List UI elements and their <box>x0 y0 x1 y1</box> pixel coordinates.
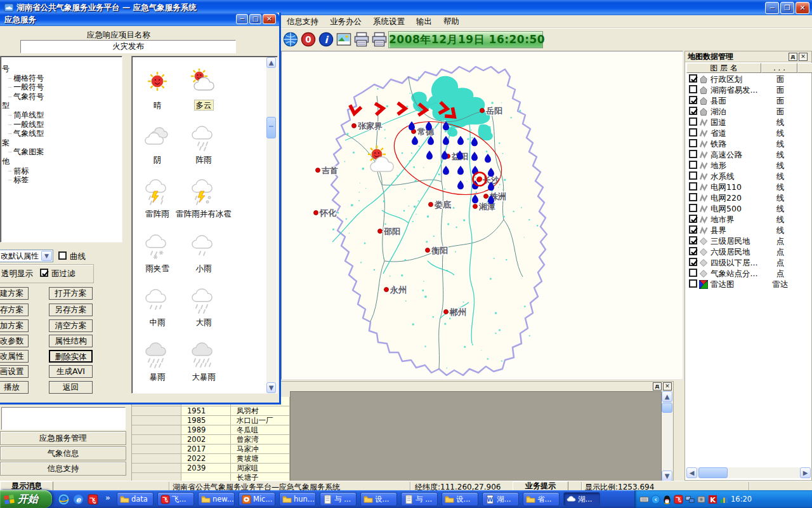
layer-row-电网220[interactable]: 电网220线 <box>685 192 811 203</box>
table-row[interactable]: 2017马家冲 <box>132 444 290 454</box>
layer-checkbox[interactable] <box>689 215 697 223</box>
layer-checkbox[interactable] <box>689 269 697 277</box>
table-row[interactable]: 1989冬瓜咀 <box>132 425 290 435</box>
weather-item-多云[interactable]: 多云 <box>172 69 235 119</box>
layer-row-气象站点分...[interactable]: 气象站点分...点 <box>685 268 811 279</box>
default-attr-dropdown[interactable]: 改默认属性 ▼ <box>0 250 53 262</box>
fetion-icon[interactable]: 飞 <box>88 494 98 505</box>
layer-checkbox[interactable] <box>689 96 697 104</box>
lang-arrow-icon[interactable]: ‹ <box>651 495 660 504</box>
task-button-9[interactable]: W湖... <box>482 492 519 506</box>
layer-checkbox[interactable] <box>689 247 697 255</box>
layer-checkbox[interactable] <box>689 139 697 147</box>
dock-button-信息支持[interactable]: 信息支持 <box>0 462 126 476</box>
weather-item-雷阵雨并有冰雹[interactable]: 雷阵雨并有冰雹 <box>172 177 235 228</box>
layer-checkbox[interactable] <box>689 171 697 180</box>
curve-checkbox[interactable] <box>58 251 67 260</box>
dock-button-应急服务管理[interactable]: 应急服务管理 <box>0 431 126 445</box>
layer-row-雷达图[interactable]: 雷达图雷达 <box>685 279 811 290</box>
face-filter-checkbox[interactable] <box>40 269 48 277</box>
task-button-1[interactable]: 飞飞... <box>157 492 194 506</box>
layer-checkbox[interactable] <box>689 279 697 288</box>
menu-item-2[interactable]: 系统设置 <box>367 15 410 29</box>
tree-item-6[interactable]: ┈ 一般线型 <box>8 120 122 130</box>
task-button-11[interactable]: 湖... <box>563 492 600 506</box>
layer-row-行政区划[interactable]: 行政区划面 <box>685 74 811 84</box>
layer-row-地形[interactable]: 地形线 <box>685 160 811 171</box>
scroll-down-icon[interactable]: ▼ <box>662 471 672 481</box>
weather-item-大雨[interactable]: 大雨 <box>172 286 235 337</box>
print-icon[interactable] <box>354 32 369 47</box>
dialog-button-改参数[interactable]: 改参数 <box>0 335 29 347</box>
dialog-button-删除实体[interactable]: 删除实体 <box>49 350 93 363</box>
dialog-titlebar[interactable]: 应急服务 ─ □ ✕ <box>0 13 279 26</box>
layer-row-湖南省易发...[interactable]: 湖南省易发...面 <box>685 84 811 95</box>
layer-row-湖泊[interactable]: 湖泊面 <box>685 106 811 117</box>
fetion-icon[interactable]: 飞 <box>674 495 683 504</box>
quick-launch-expand-icon[interactable]: » <box>105 493 110 502</box>
dialog-button-加方案[interactable]: 加方案 <box>0 319 29 332</box>
project-name-input[interactable] <box>20 40 236 53</box>
tree-item-10[interactable]: 他 <box>2 157 122 166</box>
minimize-button[interactable]: ─ <box>236 14 248 24</box>
scroll-up-icon[interactable]: ▲ <box>266 57 276 68</box>
menu-item-4[interactable]: 帮助 <box>438 15 465 29</box>
tree-item-7[interactable]: ┈ 气象线型 <box>8 129 122 138</box>
dialog-button-改属性[interactable]: 改属性 <box>0 350 29 363</box>
weather-symbol-list[interactable]: 晴多云阴阵雨雷阵雨雷阵雨并有冰雹雨夹雪小雨中雨大雨暴雨大暴雨 ▲ ▼ <box>131 56 278 394</box>
layer-checkbox[interactable] <box>689 258 697 266</box>
close-button[interactable]: ✕ <box>263 14 276 24</box>
layer-row-县界[interactable]: 县界线 <box>685 225 811 236</box>
dialog-button-打开方案[interactable]: 打开方案 <box>49 287 93 300</box>
layer-row-三级居民地[interactable]: 三级居民地点 <box>685 236 811 246</box>
layer-checkbox[interactable] <box>689 150 697 158</box>
station-table[interactable]: 1951凤羽村1985水口山一厂1989冬瓜咀2002曾家湾2017马家冲202… <box>132 391 290 481</box>
scrollbar-thumb[interactable] <box>698 467 728 478</box>
tree-item-11[interactable]: ┈ 箭标 <box>8 166 122 176</box>
tree-item-12[interactable]: ┈ 标签 <box>8 175 122 185</box>
task-button-7[interactable]: 与 ... <box>401 492 438 506</box>
dialog-button-清空方案[interactable]: 清空方案 <box>49 319 93 332</box>
task-button-2[interactable]: new... <box>198 492 235 506</box>
task-button-3[interactable]: Mic... <box>239 492 275 506</box>
dialog-button-播放[interactable]: 播放 <box>0 381 29 394</box>
menu-item-0[interactable]: 信息支持 <box>281 15 324 29</box>
layer-checkbox[interactable] <box>689 74 697 83</box>
weather-item-阵雨[interactable]: 阵雨 <box>172 123 235 174</box>
dialog-button-画设置[interactable]: 画设置 <box>0 365 29 378</box>
pin-icon[interactable]: д <box>789 53 797 61</box>
scroll-up-icon[interactable]: ▲ <box>662 391 672 402</box>
layer-checkbox[interactable] <box>689 204 697 212</box>
dialog-button-存方案[interactable]: 存方案 <box>0 304 29 316</box>
layer-row-水系线[interactable]: 水系线线 <box>685 171 811 182</box>
weather-item-大暴雨[interactable]: 大暴雨 <box>172 340 235 391</box>
task-button-8[interactable]: 设... <box>442 492 478 506</box>
layer-row-地市界[interactable]: 地市界线 <box>685 214 811 225</box>
map-view[interactable]: 张家界吉首常德岳阳益阳长沙株洲湘潭娄底怀化邵阳衡阳永州郴州 <box>281 51 683 380</box>
table-row[interactable]: 1985水口山一厂 <box>132 416 290 425</box>
column-header-layer-name[interactable]: 图 层 名 <box>686 63 761 73</box>
tree-item-5[interactable]: ┈ 简单线型 <box>8 110 122 120</box>
ie-icon[interactable] <box>58 494 69 505</box>
weather-scrollbar[interactable]: ▲ ▼ <box>266 57 277 393</box>
menu-item-3[interactable]: 输出 <box>410 15 438 29</box>
layer-checkbox[interactable] <box>689 128 697 137</box>
layer-checkbox[interactable] <box>689 161 697 169</box>
tree-item-1[interactable]: ┈ 栅格符号 <box>8 74 122 83</box>
layer-row-县面[interactable]: 县面面 <box>685 95 811 106</box>
dialog-button-返回[interactable]: 返回 <box>49 381 93 394</box>
device-icon[interactable] <box>697 495 706 504</box>
status-message-button[interactable]: 显示消息 <box>0 481 53 491</box>
tree-item-2[interactable]: ┈ 一般符号 <box>8 83 122 92</box>
layer-checkbox[interactable] <box>689 182 697 190</box>
tree-item-9[interactable]: ┈ 气象图案 <box>8 147 122 157</box>
image-icon[interactable] <box>336 32 351 47</box>
table-row[interactable]: 2022黄坡塘 <box>132 454 290 464</box>
table-row[interactable]: 2002曾家湾 <box>132 435 290 444</box>
print-preview-icon[interactable] <box>372 32 387 47</box>
task-button-10[interactable]: 省... <box>523 492 560 506</box>
stop-icon[interactable]: 0 <box>301 32 316 47</box>
maximize-button[interactable]: □ <box>249 14 261 24</box>
dialog-button-建方案[interactable]: 建方案 <box>0 287 29 300</box>
layer-checkbox[interactable] <box>689 117 697 126</box>
